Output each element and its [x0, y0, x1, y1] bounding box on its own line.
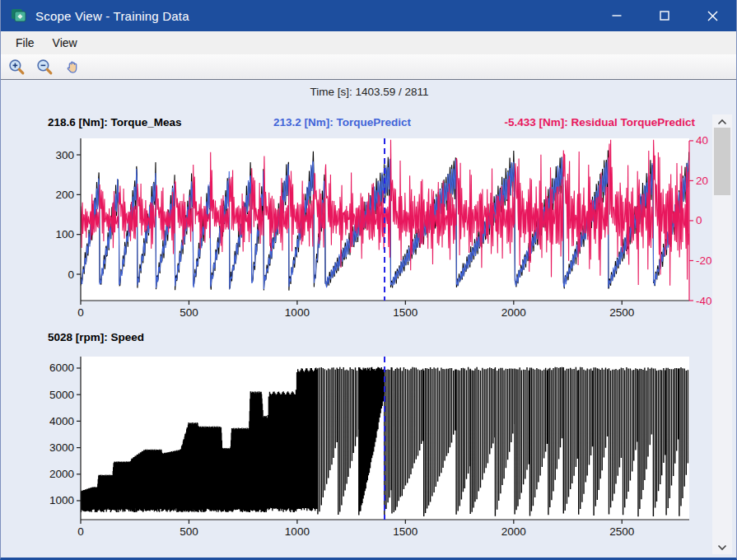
tick-label: 1500 [393, 525, 417, 538]
tick-label: 4000 [49, 415, 74, 427]
tick-label: 6000 [49, 362, 74, 374]
tick-label: 1000 [285, 525, 310, 538]
readout-residual: -5.433 [Nm]: Residual TorquePredict [504, 116, 695, 128]
chevron-up-icon [717, 119, 727, 125]
close-icon [707, 11, 718, 21]
scroll-down-button[interactable] [712, 540, 732, 554]
titlebar[interactable]: Scope View - Training Data [1, 0, 736, 31]
zoom-out-icon [36, 58, 54, 76]
tick-label: 40 [696, 134, 708, 147]
maximize-icon [660, 11, 669, 21]
time-cursor-readout: Time [s]: 1403.59 / 2811 [1, 86, 737, 98]
tick-label: 2500 [609, 306, 634, 319]
tick-label: 1000 [285, 306, 310, 319]
tick-label: 20 [696, 175, 708, 187]
zoom-out-button[interactable] [34, 57, 55, 77]
tick-label: 2000 [501, 525, 526, 538]
pan-button[interactable] [62, 57, 83, 77]
tick-label: -20 [696, 254, 712, 267]
tick-label: 500 [180, 525, 198, 538]
menu-view[interactable]: View [44, 34, 86, 52]
tick-label: 200 [55, 189, 74, 201]
tick-label: 5000 [49, 389, 74, 401]
tick-label: 300 [55, 149, 74, 161]
tick-label: -40 [696, 295, 712, 307]
tick-label: 500 [180, 306, 198, 319]
close-button[interactable] [688, 0, 736, 31]
vertical-scrollbar[interactable] [712, 114, 732, 554]
tick-label: 0 [77, 525, 84, 538]
minimize-icon [612, 11, 622, 21]
tick-label: 0 [68, 268, 74, 281]
readout-torque-predict: 213.2 [Nm]: TorquePredict [273, 116, 411, 128]
tick-label: 0 [696, 214, 702, 226]
tick-label: 2000 [501, 306, 526, 319]
maximize-button[interactable] [641, 0, 688, 31]
scroll-up-button[interactable] [712, 114, 732, 128]
tick-label: 1000 [49, 494, 74, 506]
menubar: File View [1, 31, 736, 54]
zoom-in-icon [8, 58, 26, 76]
menu-file[interactable]: File [7, 34, 43, 52]
chevron-down-icon [717, 544, 727, 551]
readout-torque-meas: 218.6 [Nm]: Torque_Meas [48, 116, 182, 128]
readout-speed: 5028 [rpm]: Speed [48, 331, 144, 343]
scrollbar-thumb[interactable] [714, 128, 730, 195]
tick-label: 2500 [609, 525, 634, 538]
tick-label: 0 [77, 306, 84, 319]
pan-hand-icon [64, 58, 82, 76]
tick-label: 2000 [49, 468, 74, 480]
minimize-button[interactable] [593, 0, 641, 31]
scope-view-window: Scope View - Training Data File View [0, 0, 737, 560]
window-title: Scope View - Training Data [35, 9, 189, 23]
window-controls [593, 0, 736, 31]
app-icon [11, 8, 27, 23]
zoom-in-button[interactable] [6, 57, 27, 77]
tick-label: 100 [55, 228, 74, 240]
toolbar [1, 54, 736, 80]
tick-label: 1500 [393, 306, 417, 319]
tick-label: 3000 [49, 441, 74, 454]
charts-canvas: 0500100015002000250005001000150020002500… [1, 80, 736, 558]
